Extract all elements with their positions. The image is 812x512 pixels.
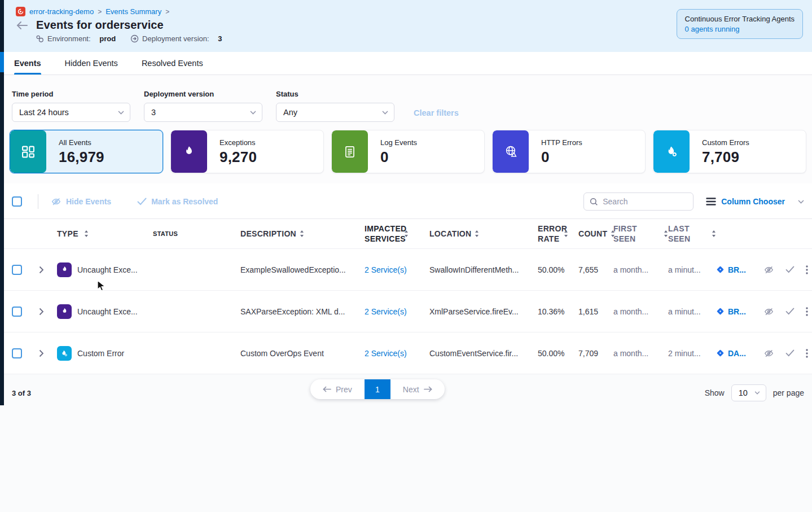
impacted-services-link[interactable]: 2 Service(s) bbox=[365, 265, 407, 274]
page-number-button[interactable]: 1 bbox=[365, 379, 390, 399]
search-input[interactable] bbox=[603, 197, 687, 206]
card-value: 7,709 bbox=[702, 148, 749, 166]
event-count: 1,615 bbox=[578, 307, 613, 316]
status-select[interactable]: Any bbox=[276, 103, 394, 122]
error-rate: 50.00% bbox=[538, 265, 578, 274]
resolve-event-icon[interactable] bbox=[785, 349, 795, 357]
sort-icon[interactable] bbox=[564, 230, 568, 237]
deployment-version-select[interactable]: 3 bbox=[144, 103, 262, 122]
arrow-left-icon bbox=[323, 386, 331, 392]
card-label: Custom Errors bbox=[702, 138, 749, 147]
show-label: Show bbox=[705, 388, 725, 397]
row-checkbox[interactable] bbox=[12, 265, 22, 275]
row-menu-icon[interactable] bbox=[806, 349, 808, 358]
event-type: Custom Error bbox=[77, 349, 124, 358]
event-location: XmlParseService.fireEv... bbox=[429, 307, 538, 316]
sort-icon[interactable] bbox=[84, 230, 89, 237]
chevron-down-icon bbox=[754, 391, 760, 395]
select-all-checkbox[interactable] bbox=[12, 196, 22, 207]
next-page-button[interactable]: Next bbox=[390, 379, 445, 399]
last-seen: 2 minut... bbox=[668, 349, 716, 358]
hide-event-icon[interactable] bbox=[763, 348, 774, 358]
page-header: error-tracking-demo > Events Summary > E… bbox=[4, 0, 812, 52]
tab-resolved-events[interactable]: Resolved Events bbox=[142, 52, 203, 75]
sort-icon[interactable] bbox=[664, 230, 668, 237]
bulk-actions-toolbar: Hide Events Mark as Resolved Column Choo… bbox=[4, 183, 812, 218]
row-checkbox[interactable] bbox=[12, 307, 22, 317]
clear-filters-button[interactable]: Clear filters bbox=[414, 108, 459, 117]
card-custom-errors[interactable]: Custom Errors 7,709 bbox=[653, 130, 806, 173]
card-value: 9,270 bbox=[220, 148, 257, 166]
mark-resolved-button[interactable]: Mark as Resolved bbox=[137, 197, 218, 206]
chevron-down-icon bbox=[250, 111, 256, 115]
ticket-link[interactable]: BR... bbox=[728, 265, 746, 274]
events-table: TYPE STATUS DESCRIPTION IMPACTED SERVICE… bbox=[4, 218, 812, 374]
impacted-services-link[interactable]: 2 Service(s) bbox=[365, 349, 407, 358]
check-icon bbox=[137, 198, 147, 205]
deployment-version-icon bbox=[130, 34, 139, 43]
table-row[interactable]: Uncaught Exce... ExampleSwallowedExcepti… bbox=[4, 249, 812, 291]
ticket-link[interactable]: DA... bbox=[728, 349, 746, 358]
hide-events-button[interactable]: Hide Events bbox=[51, 196, 111, 207]
card-exceptions[interactable]: Exceptions 9,270 bbox=[170, 130, 324, 173]
expand-chevron-icon[interactable] bbox=[39, 349, 57, 357]
environment-meta: Environment: prod bbox=[36, 34, 116, 43]
breadcrumb-section-link[interactable]: Events Summary bbox=[106, 7, 161, 16]
pagination-controls: Prev 1 Next bbox=[310, 379, 445, 399]
card-value: 0 bbox=[380, 148, 417, 166]
resolve-event-icon[interactable] bbox=[785, 308, 795, 315]
resolve-event-icon[interactable] bbox=[785, 266, 795, 273]
ticket-link[interactable]: BR... bbox=[728, 307, 746, 316]
row-menu-icon[interactable] bbox=[806, 307, 808, 316]
search-icon bbox=[590, 198, 598, 206]
card-http-errors[interactable]: HTTP Errors 0 bbox=[492, 130, 646, 173]
last-seen: a minut... bbox=[668, 307, 716, 316]
page-size-select[interactable]: 10 bbox=[731, 384, 766, 401]
flame-icon bbox=[171, 130, 207, 173]
tab-events[interactable]: Events bbox=[14, 52, 41, 75]
first-seen: a month... bbox=[613, 265, 668, 274]
deployment-version-value: 3 bbox=[218, 34, 222, 43]
hamburger-icon bbox=[706, 198, 716, 205]
nav-edge-strip bbox=[0, 0, 4, 405]
toolbar-divider bbox=[38, 194, 38, 209]
event-description: Custom OverOps Event bbox=[240, 349, 365, 358]
expand-chevron-icon[interactable] bbox=[39, 308, 57, 316]
hide-event-icon[interactable] bbox=[763, 265, 774, 275]
status-label: Status bbox=[276, 90, 394, 98]
card-log-events[interactable]: Log Events 0 bbox=[331, 130, 485, 173]
hide-event-icon[interactable] bbox=[763, 307, 774, 317]
agents-running-link[interactable]: 0 agents running bbox=[685, 25, 740, 33]
sort-icon[interactable] bbox=[404, 230, 409, 237]
chevron-down-icon bbox=[118, 111, 124, 115]
page-title: Events for orderservice bbox=[36, 19, 164, 32]
flame-gear-icon bbox=[653, 130, 690, 173]
impacted-services-link[interactable]: 2 Service(s) bbox=[365, 307, 407, 316]
table-row[interactable]: Custom Error Custom OverOps Event 2 Serv… bbox=[4, 332, 812, 374]
card-all-events[interactable]: All Events 16,979 bbox=[10, 130, 163, 173]
sort-icon[interactable] bbox=[712, 230, 716, 237]
column-chooser-button[interactable]: Column Chooser bbox=[706, 197, 804, 206]
arrow-right-icon bbox=[424, 386, 432, 392]
expand-chevron-icon[interactable] bbox=[39, 266, 57, 274]
back-arrow-icon[interactable] bbox=[16, 21, 28, 30]
table-row[interactable]: Uncaught Exce... SAXParseException: XML … bbox=[4, 291, 812, 332]
search-box bbox=[583, 192, 694, 211]
pagination-summary: 3 of 3 bbox=[12, 389, 31, 397]
sort-icon[interactable] bbox=[475, 230, 479, 237]
row-checkbox[interactable] bbox=[12, 348, 22, 358]
table-header-row: TYPE STATUS DESCRIPTION IMPACTED SERVICE… bbox=[4, 219, 812, 249]
tab-bar: Events Hidden Events Resolved Events bbox=[4, 52, 812, 75]
event-location: SwallowInDifferentMeth... bbox=[429, 265, 538, 274]
agents-status-box[interactable]: Continuous Error Tracking Agents 0 agent… bbox=[677, 9, 803, 39]
grid-icon bbox=[10, 130, 46, 173]
deployment-version-label: Deployment version bbox=[144, 90, 262, 98]
time-period-select[interactable]: Last 24 hours bbox=[12, 103, 130, 122]
error-rate: 50.00% bbox=[538, 349, 578, 358]
prev-page-button[interactable]: Prev bbox=[310, 379, 365, 399]
row-menu-icon[interactable] bbox=[806, 265, 808, 274]
breadcrumb-project-link[interactable]: error-tracking-demo bbox=[29, 7, 94, 16]
tab-hidden-events[interactable]: Hidden Events bbox=[65, 52, 118, 75]
pagination-bar: 3 of 3 Prev 1 Next Show 10 per page bbox=[4, 374, 812, 412]
sort-icon[interactable] bbox=[300, 230, 304, 237]
